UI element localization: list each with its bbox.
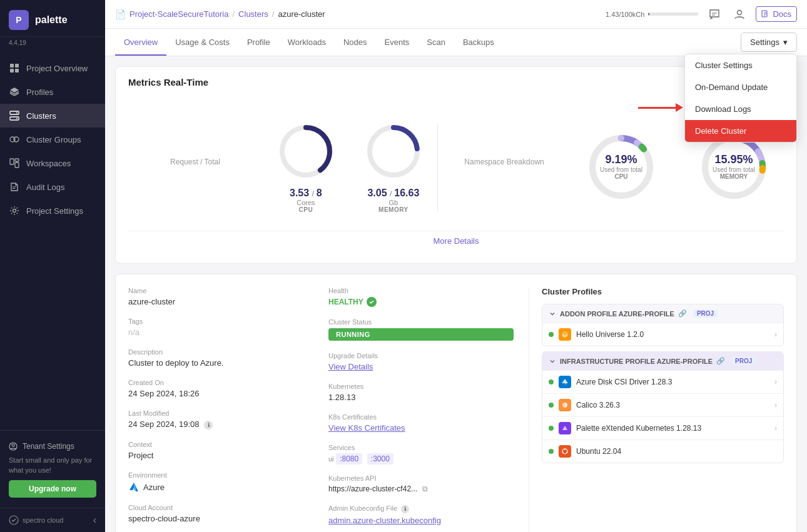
dropdown-delete-cluster[interactable]: Delete Cluster xyxy=(685,120,796,142)
addon-profile-header[interactable]: ADDON PROFILE AZURE-PROFILE 🔗 PROJ xyxy=(542,304,783,323)
k8s-label: Kubernetes xyxy=(328,383,514,390)
user-icon[interactable] xyxy=(731,6,748,23)
env-value: Azure xyxy=(128,481,313,493)
svg-point-7 xyxy=(16,118,18,119)
cpu-donut-label: 3.53 / 8 Cores CPU xyxy=(290,188,322,213)
sidebar-item-cluster-groups[interactable]: Cluster Groups xyxy=(0,128,105,151)
infra-profile-header[interactable]: INFRASTRUCTURE PROFILE AZURE-PROFILE 🔗 P… xyxy=(542,352,783,370)
memory-type: MEMORY xyxy=(367,206,419,213)
addon-proj-badge: PROJ xyxy=(693,309,718,318)
resource-bar-track xyxy=(648,13,698,16)
created-value: 24 Sep 2024, 18:26 xyxy=(128,389,313,398)
info-name: Name azure-cluster xyxy=(128,287,313,306)
certs-link[interactable]: View K8s Certificates xyxy=(328,423,514,433)
cluster-profiles-col: Cluster Profiles ADDON PROFILE AZURE-PRO… xyxy=(529,287,784,532)
kubeconfig-info-icon: ℹ xyxy=(401,505,409,513)
health-text: HEALTHY xyxy=(328,298,363,306)
kubeconfig-link[interactable]: admin.azure-cluster.kubeconfig xyxy=(328,516,514,525)
tab-profile[interactable]: Profile xyxy=(238,29,279,56)
info-col-2: Health HEALTHY Cluster Status RUNNING xyxy=(328,287,529,532)
dropdown-download-logs[interactable]: Download Logs xyxy=(685,98,796,120)
sidebar-nav: Project Overview Profiles Clusters Clust… xyxy=(0,51,105,430)
tab-overview[interactable]: Overview xyxy=(115,29,166,56)
docs-button[interactable]: Docs xyxy=(756,6,797,22)
svg-rect-11 xyxy=(15,159,19,161)
upgrade-link[interactable]: View Details xyxy=(328,362,514,371)
created-label: Created On xyxy=(128,379,313,386)
sidebar-label-workspaces: Workspaces xyxy=(26,159,71,168)
info-modified: Last Modified 24 Sep 2024, 19:08 ℹ xyxy=(128,409,313,429)
sidebar-item-clusters[interactable]: Clusters xyxy=(0,104,105,128)
more-details-link[interactable]: More Details xyxy=(128,231,784,251)
tenant-settings-item[interactable]: Tenant Settings xyxy=(9,437,96,456)
port-link-8080[interactable]: :8080 xyxy=(336,453,362,464)
profiles-title: Cluster Profiles xyxy=(542,287,784,296)
chat-icon[interactable] xyxy=(706,6,723,23)
sidebar-item-profiles[interactable]: Profiles xyxy=(0,80,105,104)
info-context: Context Project xyxy=(128,441,313,460)
tab-events[interactable]: Events xyxy=(376,29,419,56)
ns-cpu-sub: Used from total xyxy=(600,166,642,173)
settings-button[interactable]: Settings ▾ xyxy=(741,33,797,52)
sidebar: P palette 4.4.19 Project Overview Profil… xyxy=(0,0,105,532)
context-label: Context xyxy=(128,441,313,448)
chevron-down-icon-infra xyxy=(549,358,556,365)
ns-cpu-donut: 9.19% Used from total CPU xyxy=(584,129,659,204)
dropdown-cluster-settings[interactable]: Cluster Settings xyxy=(685,54,796,76)
breadcrumb-project[interactable]: Project-ScaleSecureTutoria xyxy=(129,9,228,19)
sidebar-item-audit-logs[interactable]: Audit Logs xyxy=(0,175,105,199)
env-label: Environment xyxy=(128,471,313,479)
brand-label: spectro cloud xyxy=(9,515,63,525)
port-link-3000[interactable]: :3000 xyxy=(367,453,393,464)
memory-donut-svg xyxy=(362,120,425,183)
services-value: ui :8080 :3000 xyxy=(328,454,514,463)
infra-link-icon: 🔗 xyxy=(716,357,725,365)
cpu-type: CPU xyxy=(290,206,322,213)
upgrade-button[interactable]: Upgrade now xyxy=(9,480,96,498)
ns-mem-pct: 15.95% xyxy=(714,153,753,166)
breadcrumb-sep1: / xyxy=(232,9,235,19)
sidebar-logo: P palette xyxy=(0,0,105,37)
memory-donut-label: 3.05 / 16.63 Gb MEMORY xyxy=(367,188,419,213)
sidebar-item-workspaces[interactable]: Workspaces xyxy=(0,151,105,175)
breadcrumb-clusters[interactable]: Clusters xyxy=(238,9,268,19)
tab-usage-costs[interactable]: Usage & Costs xyxy=(166,29,238,56)
link-icon: 🔗 xyxy=(678,309,687,318)
profile-dot-ubuntu xyxy=(549,449,554,454)
tab-nodes[interactable]: Nodes xyxy=(335,29,376,56)
info-upgrade: Upgrade Details View Details xyxy=(328,352,514,371)
desc-value: Cluster to deploy to Azure. xyxy=(128,358,313,368)
health-badge: HEALTHY xyxy=(328,297,514,307)
profile-chevron-icon: › xyxy=(774,330,777,339)
ubuntu-icon xyxy=(559,445,571,458)
svg-rect-2 xyxy=(10,69,14,73)
profile-dot-palette xyxy=(549,426,554,431)
calico-name: Calico 3.26.3 xyxy=(576,401,769,409)
ns-cpu-type: CPU xyxy=(614,173,627,180)
tab-backups[interactable]: Backups xyxy=(454,29,503,56)
settings-chevron-icon: ▾ xyxy=(783,38,788,47)
addon-profile-label: ADDON PROFILE AZURE-PROFILE xyxy=(560,310,674,318)
palette-k8s-icon xyxy=(559,422,571,434)
profile-item-ubuntu: Ubuntu 22.04 xyxy=(542,439,783,463)
tab-workloads[interactable]: Workloads xyxy=(279,29,335,56)
app-version: 4.4.19 xyxy=(0,37,105,51)
hello-universe-name: Hello Universe 1.2.0 xyxy=(576,330,769,339)
sidebar-item-project-overview[interactable]: Project Overview xyxy=(0,56,105,80)
collapse-button[interactable]: ‹ xyxy=(93,514,96,526)
ns-mem-sub: Used from total xyxy=(713,166,755,173)
copy-icon[interactable]: ⧉ xyxy=(422,484,428,493)
tab-scan[interactable]: Scan xyxy=(418,29,454,56)
desc-label: Description xyxy=(128,348,313,356)
sidebar-label-project-settings: Project Settings xyxy=(26,206,83,216)
kubeconfig-label: Admin Kubeconfig File ℹ xyxy=(328,504,514,513)
cpu-value: 3.53 xyxy=(290,188,309,198)
svg-rect-1 xyxy=(15,64,19,68)
info-k8s-api: Kubernetes API https://azure-cluster-cf4… xyxy=(328,474,514,493)
modified-label: Last Modified xyxy=(128,409,313,417)
profile-dot-calico xyxy=(549,403,554,408)
arrow-pointer xyxy=(638,103,683,112)
ns-mem-type: MEMORY xyxy=(720,173,748,180)
dropdown-on-demand-update[interactable]: On-Demand Update xyxy=(685,76,796,98)
sidebar-item-project-settings[interactable]: Project Settings xyxy=(0,199,105,223)
